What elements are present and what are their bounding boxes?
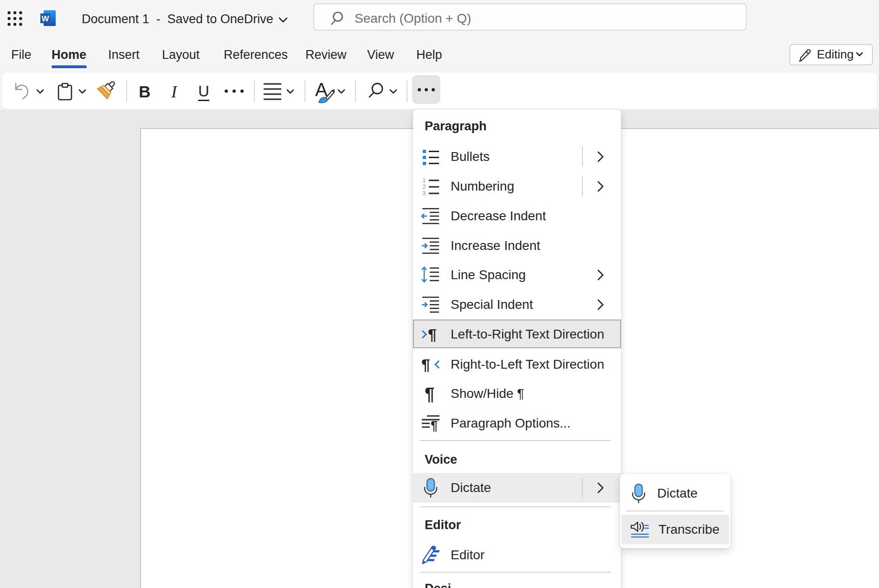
svg-text:¶: ¶ — [431, 419, 438, 433]
svg-text:1: 1 — [422, 177, 426, 184]
svg-text:¶: ¶ — [421, 356, 430, 373]
svg-text:¶: ¶ — [425, 384, 434, 404]
svg-text:3: 3 — [422, 190, 426, 197]
svg-text:2: 2 — [422, 183, 426, 190]
svg-text:W: W — [41, 14, 49, 23]
svg-text:¶: ¶ — [428, 326, 437, 343]
